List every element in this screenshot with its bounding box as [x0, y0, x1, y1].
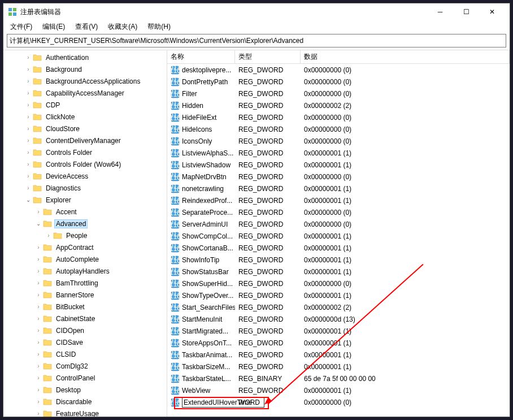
list-row[interactable]: StoreAppsOnT...REG_DWORD0x00000001 (1) [167, 337, 510, 349]
tree-item[interactable]: ›ContentDeliveryManager [3, 135, 167, 146]
expand-icon[interactable]: › [34, 280, 43, 286]
expand-icon[interactable]: › [34, 256, 43, 262]
list-row[interactable]: SeparateProce...REG_DWORD0x00000000 (0) [167, 206, 510, 218]
list-row[interactable]: ServerAdminUIREG_DWORD0x00000000 (0) [167, 218, 510, 230]
list-row[interactable]: ShowSuperHid...REG_DWORD0x00000000 (0) [167, 278, 510, 289]
tree-item[interactable]: ›Controls Folder (Wow64) [3, 158, 167, 170]
tree-item[interactable]: ›CDP [3, 99, 167, 111]
list-row[interactable]: TaskbarSizeM...REG_DWORD0x00000001 (1) [167, 361, 510, 373]
list-row-editing[interactable]: WORD0x00000000 (0) [167, 396, 510, 408]
expand-icon[interactable]: › [24, 161, 33, 167]
tree-item[interactable]: ›ControlPanel [3, 372, 167, 384]
list-row[interactable]: ShowTypeOver...REG_DWORD0x00000001 (1) [167, 289, 510, 301]
expand-icon[interactable]: › [24, 173, 33, 179]
expand-icon[interactable]: › [34, 209, 43, 215]
tree-item[interactable]: ›CIDOpen [3, 324, 167, 336]
list-row[interactable]: ReindexedProf...REG_DWORD0x00000001 (1) [167, 194, 510, 206]
tree-item[interactable]: ›AppContract [3, 241, 167, 253]
tree-item[interactable]: ›DeviceAccess [3, 170, 167, 182]
menu-file[interactable]: 文件(F) [6, 21, 37, 33]
tree-item[interactable]: ›BamThrottling [3, 277, 167, 289]
list-row[interactable]: ShowStatusBarREG_DWORD0x00000001 (1) [167, 266, 510, 278]
expand-icon[interactable]: › [34, 292, 43, 298]
menu-help[interactable]: 帮助(H) [143, 21, 175, 33]
list-row[interactable]: StartMigrated...REG_DWORD0x00000001 (1) [167, 325, 510, 337]
expand-icon[interactable]: › [34, 410, 43, 417]
list-row[interactable]: HiddenREG_DWORD0x00000002 (2) [167, 99, 510, 111]
list-row[interactable]: ShowCompCol...REG_DWORD0x00000001 (1) [167, 230, 510, 242]
tree-pane[interactable]: ›Authentication›Background›BackgroundAcc… [3, 50, 167, 417]
list-row[interactable]: StartMenuInitREG_DWORD0x0000000d (13) [167, 313, 510, 325]
expand-icon[interactable]: › [34, 399, 43, 405]
expand-icon[interactable]: › [34, 375, 43, 381]
tree-item[interactable]: ›AutoplayHandlers [3, 265, 167, 277]
expand-icon[interactable]: › [24, 78, 33, 84]
list-row[interactable]: nonetcrawlingREG_DWORD0x00000001 (1) [167, 183, 510, 194]
tree-item[interactable]: ›FeatureUsage [3, 408, 167, 417]
expand-icon[interactable]: › [34, 351, 43, 357]
menu-edit[interactable]: 编辑(E) [38, 21, 69, 33]
expand-icon[interactable]: › [24, 102, 33, 108]
expand-icon[interactable]: › [24, 125, 33, 132]
list-row[interactable]: ListviewShadowREG_DWORD0x00000001 (1) [167, 159, 510, 171]
column-data[interactable]: 数据 [301, 50, 510, 63]
column-type[interactable]: 类型 [235, 50, 301, 63]
list-body[interactable]: desktoplivepre...REG_DWORD0x00000000 (0)… [167, 64, 510, 417]
tree-item[interactable]: ›CabinetState [3, 313, 167, 324]
expand-icon[interactable]: › [44, 232, 53, 239]
menu-favorites[interactable]: 收藏夹(A) [103, 21, 142, 33]
tree-item[interactable]: ›Desktop [3, 384, 167, 396]
expand-icon[interactable]: › [24, 66, 33, 72]
tree-item[interactable]: ›Authentication [3, 51, 167, 63]
tree-item[interactable]: ›Background [3, 63, 167, 75]
expand-icon[interactable]: › [34, 387, 43, 393]
list-row[interactable]: MapNetDrvBtnREG_DWORD0x00000000 (0) [167, 171, 510, 183]
collapse-icon[interactable]: ⌄ [34, 220, 43, 227]
list-row[interactable]: WebViewREG_DWORD0x00000001 (1) [167, 384, 510, 396]
tree-item[interactable]: ›BannerStore [3, 289, 167, 301]
tree-item[interactable]: ›People [3, 230, 167, 241]
close-button[interactable]: ✕ [479, 3, 505, 20]
expand-icon[interactable]: › [24, 114, 33, 120]
list-row[interactable]: desktoplivepre...REG_DWORD0x00000000 (0) [167, 64, 510, 76]
expand-icon[interactable]: › [24, 185, 33, 191]
tree-item[interactable]: ›Diagnostics [3, 182, 167, 194]
tree-item[interactable]: ⌄Advanced [3, 218, 167, 230]
expand-icon[interactable]: › [34, 268, 43, 274]
expand-icon[interactable]: › [34, 363, 43, 369]
list-row[interactable]: TaskbarStateL...REG_BINARY65 de 7a 5f 00… [167, 373, 510, 384]
list-row[interactable]: Start_SearchFilesREG_DWORD0x00000002 (2) [167, 301, 510, 313]
expand-icon[interactable]: › [24, 137, 33, 144]
list-row[interactable]: TaskbarAnimat...REG_DWORD0x00000001 (1) [167, 349, 510, 361]
menu-view[interactable]: 查看(V) [71, 21, 102, 33]
tree-item[interactable]: ›CloudStore [3, 123, 167, 135]
list-row[interactable]: IconsOnlyREG_DWORD0x00000000 (0) [167, 135, 510, 147]
expand-icon[interactable]: › [24, 149, 33, 155]
tree-item[interactable]: ›AutoComplete [3, 253, 167, 265]
tree-item[interactable]: ›Accent [3, 206, 167, 218]
list-row[interactable]: HideIconsREG_DWORD0x00000000 (0) [167, 123, 510, 135]
list-row[interactable]: ShowInfoTipREG_DWORD0x00000001 (1) [167, 254, 510, 266]
tree-item[interactable]: ›Discardable [3, 396, 167, 408]
expand-icon[interactable]: › [34, 339, 43, 345]
expand-icon[interactable]: › [34, 327, 43, 334]
tree-item[interactable]: ›ComDlg32 [3, 360, 167, 372]
list-row[interactable]: HideFileExtREG_DWORD0x00000000 (0) [167, 111, 510, 123]
expand-icon[interactable]: › [34, 304, 43, 310]
maximize-button[interactable]: ☐ [453, 3, 479, 20]
tree-item[interactable]: ›CapabilityAccessManager [3, 87, 167, 99]
address-bar[interactable]: 计算机\HKEY_CURRENT_USER\Software\Microsoft… [7, 34, 506, 47]
expand-icon[interactable]: › [24, 54, 33, 60]
column-name[interactable]: 名称 [167, 50, 235, 63]
tree-item[interactable]: ›BackgroundAccessApplications [3, 75, 167, 87]
collapse-icon[interactable]: ⌄ [24, 197, 33, 203]
tree-item[interactable]: ›CLSID [3, 348, 167, 360]
expand-icon[interactable]: › [34, 315, 43, 322]
tree-item[interactable]: ⌄Explorer [3, 194, 167, 206]
tree-item[interactable]: ›ClickNote [3, 111, 167, 123]
tree-item[interactable]: ›Controls Folder [3, 146, 167, 158]
expand-icon[interactable]: › [34, 244, 43, 250]
list-row[interactable]: ShowCortanaB...REG_DWORD0x00000001 (1) [167, 242, 510, 254]
list-row[interactable]: FilterREG_DWORD0x00000000 (0) [167, 88, 510, 99]
list-row[interactable]: DontPrettyPathREG_DWORD0x00000000 (0) [167, 76, 510, 88]
